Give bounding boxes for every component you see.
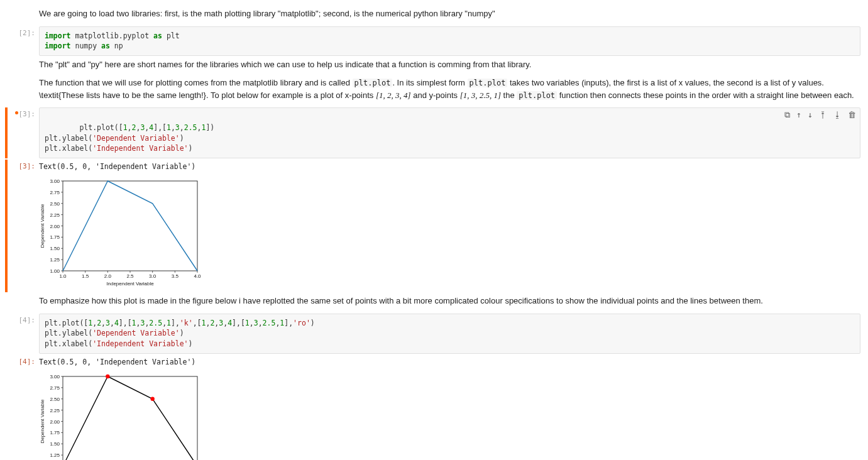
svg-point-71 [106, 374, 109, 378]
code-cell-2[interactable]: [2]: import matplotlib.pyplot as plt imp… [8, 26, 860, 56]
notebook: We are going to load two libraries: firs… [0, 0, 868, 460]
svg-text:1.25: 1.25 [50, 452, 60, 458]
svg-text:1.75: 1.75 [50, 430, 60, 435]
in-prompt-3: [3]: [8, 107, 39, 158]
move-up-icon[interactable]: ↑ [796, 111, 801, 119]
svg-text:2.75: 2.75 [50, 190, 60, 195]
out-prompt-4: [4]: [8, 355, 39, 460]
delete-icon[interactable]: 🗑 [848, 111, 856, 119]
svg-text:1.50: 1.50 [50, 246, 60, 251]
code-cell-4[interactable]: [4]: plt.plot([1,2,3,4],[1,3,2.5,1],'k',… [8, 314, 860, 354]
svg-text:1.00: 1.00 [50, 268, 60, 274]
code-cell-3[interactable]: [3]: ⧉ ↑ ↓ ⭱ ⭳ 🗑 plt.plot([1,2,3,4],[1,3… [8, 107, 860, 158]
output-cell-3: [3]: Text(0.5, 0, 'Independent Variable'… [8, 160, 860, 292]
markdown-cell: To emphasize how this plot is made in th… [8, 293, 860, 312]
move-down-icon[interactable]: ↓ [808, 111, 813, 119]
svg-text:2.00: 2.00 [50, 224, 60, 229]
duplicate-icon[interactable]: ⧉ [784, 111, 790, 119]
svg-text:Dependent Variable: Dependent Variable [40, 398, 45, 443]
code-input-3[interactable]: ⧉ ↑ ↓ ⭱ ⭳ 🗑 plt.plot([1,2,3,4],[1,3,2.5,… [39, 107, 860, 158]
svg-text:2.0: 2.0 [104, 273, 112, 279]
svg-text:1.25: 1.25 [50, 257, 60, 263]
insert-below-icon[interactable]: ⭳ [833, 111, 842, 119]
svg-text:2.25: 2.25 [50, 407, 60, 413]
code-input-4[interactable]: plt.plot([1,2,3,4],[1,3,2.5,1],'k',[1,2,… [39, 314, 860, 354]
svg-text:Dependent Variable: Dependent Variable [40, 204, 45, 248]
svg-text:2.75: 2.75 [50, 385, 60, 390]
svg-text:1.50: 1.50 [50, 441, 60, 447]
svg-rect-0 [63, 181, 197, 271]
insert-above-icon[interactable]: ⭱ [819, 111, 827, 119]
svg-text:1.75: 1.75 [50, 234, 60, 240]
plot-output-3: 1.01.52.02.53.03.54.01.001.251.501.752.0… [39, 175, 860, 292]
markdown-cell: The "plt" and "py" here are short names … [8, 57, 860, 107]
code-input-2[interactable]: import matplotlib.pyplot as plt import n… [39, 26, 860, 56]
line-scatter-plot: 1.01.52.02.53.03.54.01.001.251.501.752.0… [39, 373, 202, 460]
markdown-cell: We are going to load two libraries: firs… [8, 6, 860, 25]
svg-text:2.50: 2.50 [50, 396, 60, 402]
markdown-text: The function that we will use for plotti… [39, 77, 860, 101]
cell-toolbar: ⧉ ↑ ↓ ⭱ ⭳ 🗑 [784, 111, 856, 119]
out-prompt-3: [3]: [8, 160, 39, 292]
in-prompt-2: [2]: [8, 26, 39, 56]
line-plot: 1.01.52.02.53.03.54.01.001.251.501.752.0… [39, 177, 202, 287]
svg-text:3.00: 3.00 [50, 178, 60, 184]
svg-text:Independent Variable: Independent Variable [106, 281, 154, 287]
plot-output-4: 1.01.52.02.53.03.54.01.001.251.501.752.0… [39, 370, 860, 460]
svg-text:3.0: 3.0 [149, 273, 157, 279]
svg-point-72 [150, 397, 154, 400]
markdown-text: To emphasize how this plot is made in th… [39, 293, 860, 312]
svg-text:2.50: 2.50 [50, 201, 60, 207]
svg-text:2.25: 2.25 [50, 212, 60, 218]
svg-text:4.0: 4.0 [194, 273, 201, 279]
output-cell-4: [4]: Text(0.5, 0, 'Independent Variable'… [8, 355, 860, 460]
in-prompt-4: [4]: [8, 314, 39, 354]
svg-text:1.0: 1.0 [59, 273, 67, 279]
svg-text:2.5: 2.5 [126, 273, 134, 279]
svg-text:3.00: 3.00 [50, 374, 60, 380]
svg-rect-35 [63, 376, 197, 460]
svg-text:2.00: 2.00 [50, 419, 60, 424]
output-text-4: Text(0.5, 0, 'Independent Variable') [39, 355, 860, 370]
svg-text:3.5: 3.5 [172, 273, 179, 279]
svg-text:1.5: 1.5 [82, 273, 89, 279]
prompt-empty [8, 6, 39, 25]
markdown-text: We are going to load two libraries: firs… [39, 6, 860, 25]
output-text-3: Text(0.5, 0, 'Independent Variable') [39, 160, 860, 175]
markdown-text: The "plt" and "py" here are short names … [39, 58, 860, 71]
